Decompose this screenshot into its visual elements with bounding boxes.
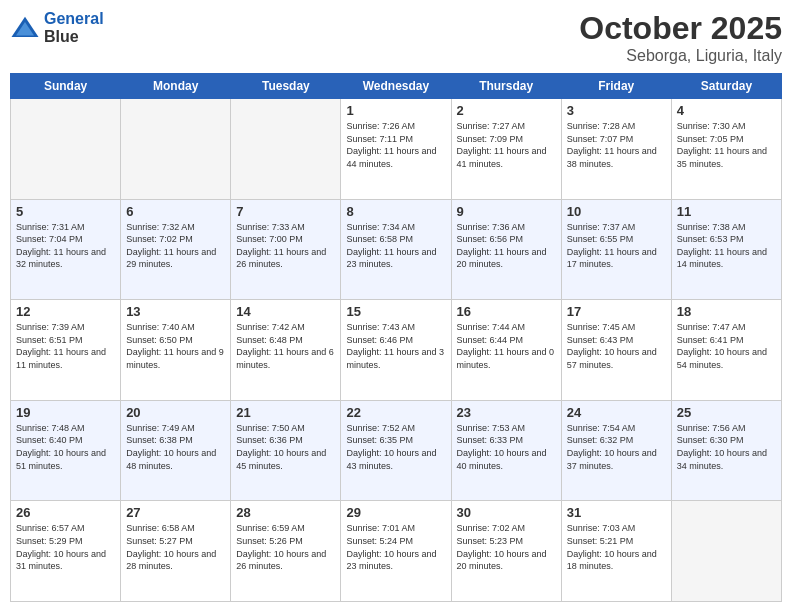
day-number: 11 <box>677 204 776 219</box>
day-info: Sunrise: 7:44 AM Sunset: 6:44 PM Dayligh… <box>457 321 556 371</box>
calendar-cell: 25Sunrise: 7:56 AM Sunset: 6:30 PM Dayli… <box>671 400 781 501</box>
day-number: 9 <box>457 204 556 219</box>
calendar-cell: 31Sunrise: 7:03 AM Sunset: 5:21 PM Dayli… <box>561 501 671 602</box>
calendar-cell: 29Sunrise: 7:01 AM Sunset: 5:24 PM Dayli… <box>341 501 451 602</box>
day-info: Sunrise: 7:56 AM Sunset: 6:30 PM Dayligh… <box>677 422 776 472</box>
day-info: Sunrise: 7:36 AM Sunset: 6:56 PM Dayligh… <box>457 221 556 271</box>
day-number: 28 <box>236 505 335 520</box>
calendar-cell: 15Sunrise: 7:43 AM Sunset: 6:46 PM Dayli… <box>341 300 451 401</box>
day-info: Sunrise: 7:52 AM Sunset: 6:35 PM Dayligh… <box>346 422 445 472</box>
day-info: Sunrise: 6:58 AM Sunset: 5:27 PM Dayligh… <box>126 522 225 572</box>
day-info: Sunrise: 7:30 AM Sunset: 7:05 PM Dayligh… <box>677 120 776 170</box>
main-title: October 2025 <box>579 10 782 47</box>
calendar-cell: 13Sunrise: 7:40 AM Sunset: 6:50 PM Dayli… <box>121 300 231 401</box>
day-number: 4 <box>677 103 776 118</box>
day-number: 20 <box>126 405 225 420</box>
calendar-cell: 20Sunrise: 7:49 AM Sunset: 6:38 PM Dayli… <box>121 400 231 501</box>
calendar-cell <box>121 99 231 200</box>
day-number: 12 <box>16 304 115 319</box>
calendar-table: SundayMondayTuesdayWednesdayThursdayFrid… <box>10 73 782 602</box>
day-info: Sunrise: 7:53 AM Sunset: 6:33 PM Dayligh… <box>457 422 556 472</box>
calendar-cell: 3Sunrise: 7:28 AM Sunset: 7:07 PM Daylig… <box>561 99 671 200</box>
day-number: 22 <box>346 405 445 420</box>
day-number: 18 <box>677 304 776 319</box>
calendar-cell: 2Sunrise: 7:27 AM Sunset: 7:09 PM Daylig… <box>451 99 561 200</box>
day-info: Sunrise: 7:54 AM Sunset: 6:32 PM Dayligh… <box>567 422 666 472</box>
day-info: Sunrise: 7:50 AM Sunset: 6:36 PM Dayligh… <box>236 422 335 472</box>
day-number: 23 <box>457 405 556 420</box>
day-number: 24 <box>567 405 666 420</box>
day-info: Sunrise: 7:26 AM Sunset: 7:11 PM Dayligh… <box>346 120 445 170</box>
calendar-cell: 11Sunrise: 7:38 AM Sunset: 6:53 PM Dayli… <box>671 199 781 300</box>
calendar-cell: 9Sunrise: 7:36 AM Sunset: 6:56 PM Daylig… <box>451 199 561 300</box>
header-tuesday: Tuesday <box>231 74 341 99</box>
logo-line2: Blue <box>44 28 104 46</box>
day-number: 25 <box>677 405 776 420</box>
day-number: 27 <box>126 505 225 520</box>
day-info: Sunrise: 7:32 AM Sunset: 7:02 PM Dayligh… <box>126 221 225 271</box>
calendar-cell: 10Sunrise: 7:37 AM Sunset: 6:55 PM Dayli… <box>561 199 671 300</box>
calendar-cell: 17Sunrise: 7:45 AM Sunset: 6:43 PM Dayli… <box>561 300 671 401</box>
calendar-cell: 14Sunrise: 7:42 AM Sunset: 6:48 PM Dayli… <box>231 300 341 401</box>
day-info: Sunrise: 7:48 AM Sunset: 6:40 PM Dayligh… <box>16 422 115 472</box>
day-info: Sunrise: 7:39 AM Sunset: 6:51 PM Dayligh… <box>16 321 115 371</box>
logo-line1: General <box>44 10 104 27</box>
calendar-cell: 30Sunrise: 7:02 AM Sunset: 5:23 PM Dayli… <box>451 501 561 602</box>
day-info: Sunrise: 7:34 AM Sunset: 6:58 PM Dayligh… <box>346 221 445 271</box>
day-number: 29 <box>346 505 445 520</box>
day-number: 13 <box>126 304 225 319</box>
day-info: Sunrise: 7:28 AM Sunset: 7:07 PM Dayligh… <box>567 120 666 170</box>
day-info: Sunrise: 7:37 AM Sunset: 6:55 PM Dayligh… <box>567 221 666 271</box>
day-number: 26 <box>16 505 115 520</box>
calendar-cell: 21Sunrise: 7:50 AM Sunset: 6:36 PM Dayli… <box>231 400 341 501</box>
logo: General Blue <box>10 10 104 45</box>
day-number: 14 <box>236 304 335 319</box>
day-info: Sunrise: 7:01 AM Sunset: 5:24 PM Dayligh… <box>346 522 445 572</box>
day-number: 3 <box>567 103 666 118</box>
title-block: October 2025 Seborga, Liguria, Italy <box>579 10 782 65</box>
calendar-cell: 12Sunrise: 7:39 AM Sunset: 6:51 PM Dayli… <box>11 300 121 401</box>
day-number: 5 <box>16 204 115 219</box>
header-row: SundayMondayTuesdayWednesdayThursdayFrid… <box>11 74 782 99</box>
calendar-cell: 24Sunrise: 7:54 AM Sunset: 6:32 PM Dayli… <box>561 400 671 501</box>
calendar-cell: 8Sunrise: 7:34 AM Sunset: 6:58 PM Daylig… <box>341 199 451 300</box>
calendar-cell: 18Sunrise: 7:47 AM Sunset: 6:41 PM Dayli… <box>671 300 781 401</box>
calendar-cell: 16Sunrise: 7:44 AM Sunset: 6:44 PM Dayli… <box>451 300 561 401</box>
day-number: 31 <box>567 505 666 520</box>
calendar-cell: 28Sunrise: 6:59 AM Sunset: 5:26 PM Dayli… <box>231 501 341 602</box>
day-number: 15 <box>346 304 445 319</box>
day-number: 8 <box>346 204 445 219</box>
header-monday: Monday <box>121 74 231 99</box>
calendar-cell: 19Sunrise: 7:48 AM Sunset: 6:40 PM Dayli… <box>11 400 121 501</box>
week-row-0: 1Sunrise: 7:26 AM Sunset: 7:11 PM Daylig… <box>11 99 782 200</box>
calendar-cell: 22Sunrise: 7:52 AM Sunset: 6:35 PM Dayli… <box>341 400 451 501</box>
subtitle: Seborga, Liguria, Italy <box>579 47 782 65</box>
day-number: 7 <box>236 204 335 219</box>
day-number: 17 <box>567 304 666 319</box>
calendar-page: General Blue October 2025 Seborga, Ligur… <box>0 0 792 612</box>
day-number: 21 <box>236 405 335 420</box>
calendar-cell: 7Sunrise: 7:33 AM Sunset: 7:00 PM Daylig… <box>231 199 341 300</box>
day-info: Sunrise: 7:31 AM Sunset: 7:04 PM Dayligh… <box>16 221 115 271</box>
day-info: Sunrise: 7:33 AM Sunset: 7:00 PM Dayligh… <box>236 221 335 271</box>
calendar-cell: 4Sunrise: 7:30 AM Sunset: 7:05 PM Daylig… <box>671 99 781 200</box>
day-info: Sunrise: 7:43 AM Sunset: 6:46 PM Dayligh… <box>346 321 445 371</box>
week-row-2: 12Sunrise: 7:39 AM Sunset: 6:51 PM Dayli… <box>11 300 782 401</box>
day-info: Sunrise: 7:42 AM Sunset: 6:48 PM Dayligh… <box>236 321 335 371</box>
day-number: 19 <box>16 405 115 420</box>
day-info: Sunrise: 7:45 AM Sunset: 6:43 PM Dayligh… <box>567 321 666 371</box>
day-info: Sunrise: 7:40 AM Sunset: 6:50 PM Dayligh… <box>126 321 225 371</box>
day-info: Sunrise: 7:27 AM Sunset: 7:09 PM Dayligh… <box>457 120 556 170</box>
day-number: 30 <box>457 505 556 520</box>
week-row-3: 19Sunrise: 7:48 AM Sunset: 6:40 PM Dayli… <box>11 400 782 501</box>
day-info: Sunrise: 7:02 AM Sunset: 5:23 PM Dayligh… <box>457 522 556 572</box>
day-number: 6 <box>126 204 225 219</box>
calendar-cell: 23Sunrise: 7:53 AM Sunset: 6:33 PM Dayli… <box>451 400 561 501</box>
day-info: Sunrise: 6:57 AM Sunset: 5:29 PM Dayligh… <box>16 522 115 572</box>
header-saturday: Saturday <box>671 74 781 99</box>
day-number: 1 <box>346 103 445 118</box>
header-thursday: Thursday <box>451 74 561 99</box>
day-number: 16 <box>457 304 556 319</box>
day-info: Sunrise: 7:03 AM Sunset: 5:21 PM Dayligh… <box>567 522 666 572</box>
calendar-cell <box>671 501 781 602</box>
